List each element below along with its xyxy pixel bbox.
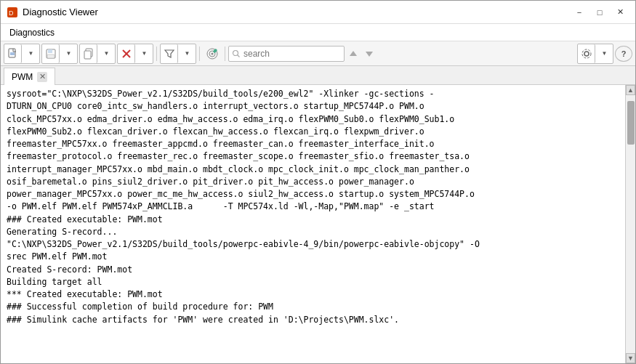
svg-point-15: [212, 52, 214, 54]
scroll-down-arrow[interactable]: ▼: [626, 353, 635, 363]
svg-marker-20: [366, 52, 373, 57]
chevron-down-icon: ▼: [28, 50, 34, 57]
tab-label: PWM: [12, 72, 33, 82]
minimize-button[interactable]: −: [570, 5, 589, 20]
chevron-down-icon: ▼: [142, 50, 148, 57]
filter-dropdown-button[interactable]: ▼: [178, 44, 196, 63]
svg-point-22: [582, 49, 591, 58]
filter-icon: [164, 48, 175, 60]
new-dropdown-button[interactable]: ▼: [22, 44, 39, 63]
nav-up-button[interactable]: [346, 46, 361, 62]
new-icon: [7, 48, 19, 60]
new-button[interactable]: [4, 44, 22, 63]
svg-line-18: [238, 54, 240, 57]
target-button[interactable]: [203, 44, 222, 63]
title-bar: D Diagnostic Viewer − □ ✕: [1, 1, 635, 24]
toolbar-right: ▼ ?: [577, 44, 632, 64]
chevron-down-icon: ▼: [602, 50, 608, 57]
restore-button[interactable]: □: [590, 5, 609, 20]
svg-point-21: [584, 52, 589, 56]
svg-point-17: [233, 50, 238, 55]
svg-rect-7: [47, 54, 55, 58]
separator-2: [199, 46, 200, 61]
nav-up-icon: [349, 49, 358, 58]
search-input[interactable]: [243, 49, 331, 59]
copy-dropdown-button[interactable]: ▼: [97, 44, 115, 63]
settings-dropdown-button[interactable]: ▼: [595, 44, 613, 63]
window-controls: − □ ✕: [570, 5, 629, 20]
chevron-down-icon: ▼: [104, 50, 110, 57]
scroll-thumb[interactable]: [627, 101, 635, 145]
separator-1: [156, 46, 157, 61]
content-area: sysroot="C:\NXP\S32DS_Power_v2.1/S32DS/b…: [1, 85, 635, 363]
delete-button[interactable]: [118, 44, 135, 63]
tab-close-button[interactable]: ✕: [37, 72, 47, 82]
tab-pwm[interactable]: PWM ✕: [4, 68, 55, 85]
separator-3: [225, 46, 225, 61]
target-icon: [206, 47, 219, 60]
svg-marker-19: [350, 51, 357, 56]
tab-bar: PWM ✕: [1, 66, 635, 85]
save-button[interactable]: [42, 44, 60, 63]
chevron-down-icon: ▼: [66, 50, 72, 57]
log-text: sysroot="C:\NXP\S32DS_Power_v2.1/S32DS/b…: [7, 88, 619, 326]
nav-down-icon: [365, 49, 374, 58]
settings-button[interactable]: [578, 44, 595, 63]
window-title: Diagnostic Viewer: [23, 7, 565, 17]
toolbar-group-delete: ▼: [117, 44, 153, 64]
toolbar-group-settings: ▼: [577, 44, 613, 64]
save-dropdown-button[interactable]: ▼: [60, 44, 77, 63]
app-icon: D: [7, 7, 18, 18]
toolbar-group-new-save: ▼: [4, 44, 40, 64]
main-window: D Diagnostic Viewer − □ ✕ Diagnostics: [0, 0, 636, 364]
close-button[interactable]: ✕: [611, 5, 629, 20]
help-button[interactable]: ?: [615, 46, 632, 62]
gear-icon: [581, 48, 592, 60]
svg-text:D: D: [9, 9, 14, 17]
nav-down-button[interactable]: [362, 46, 377, 62]
chevron-down-icon: ▼: [185, 50, 190, 57]
svg-rect-6: [48, 49, 52, 53]
toolbar-group-copy: ▼: [79, 44, 116, 64]
menu-bar: Diagnostics: [1, 24, 635, 41]
scrollbar-vertical[interactable]: ▲ ▼: [625, 85, 635, 363]
save-icon: [45, 48, 57, 60]
copy-button[interactable]: [80, 44, 97, 63]
search-icon: [232, 49, 241, 58]
toolbar-group-filter: ▼: [160, 44, 196, 64]
scroll-up-arrow[interactable]: ▲: [626, 85, 635, 95]
search-box: [228, 46, 345, 62]
log-container[interactable]: sysroot="C:\NXP\S32DS_Power_v2.1/S32DS/b…: [1, 85, 625, 363]
menu-item-diagnostics[interactable]: Diagnostics: [4, 24, 60, 41]
copy-icon: [83, 48, 94, 60]
svg-marker-12: [165, 50, 174, 57]
toolbar: ▼ ▼ ▼: [1, 41, 635, 66]
toolbar-group-save: ▼: [41, 44, 78, 64]
filter-button[interactable]: [161, 44, 178, 63]
delete-dropdown-button[interactable]: ▼: [135, 44, 153, 63]
scroll-track[interactable]: [626, 95, 635, 353]
svg-rect-9: [84, 51, 91, 59]
delete-icon: [121, 48, 132, 60]
